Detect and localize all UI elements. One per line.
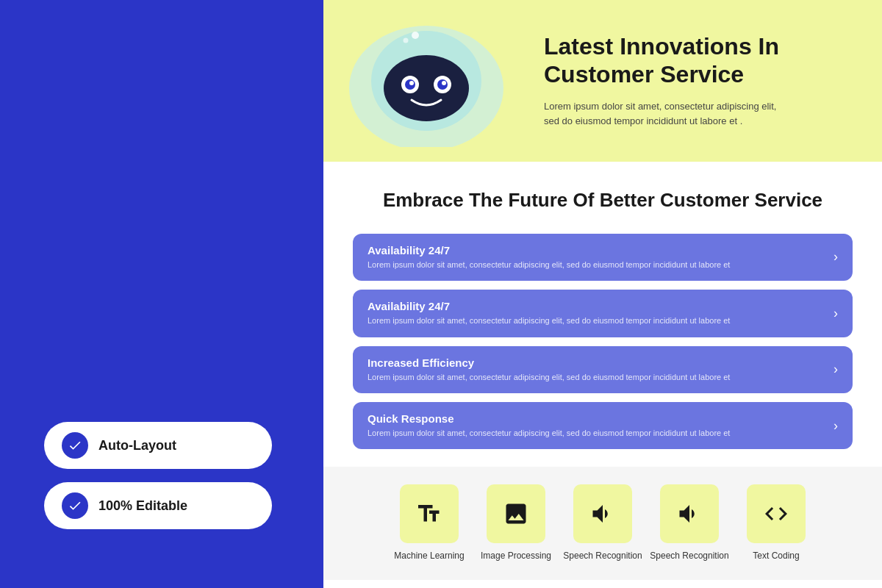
auto-layout-badge[interactable]: Auto-Layout — [44, 422, 272, 469]
svg-point-8 — [442, 81, 446, 85]
main-content: Latest Innovations In Customer Service L… — [323, 0, 882, 588]
feature-card-2-desc: Lorem ipsum dolor sit amet, consectetur … — [368, 372, 825, 383]
icon-item-image-processing[interactable]: Image Processing — [476, 484, 556, 562]
svg-point-9 — [412, 32, 419, 39]
speech-recognition-2-icon-box — [660, 484, 719, 543]
feature-card-1-content: Availability 24/7 Lorem ipsum dolor sit … — [368, 300, 825, 326]
machine-learning-label: Machine Learning — [394, 551, 464, 562]
svg-point-10 — [404, 38, 409, 43]
robot-illustration — [323, 15, 529, 147]
image-processing-label: Image Processing — [481, 551, 551, 562]
chevron-right-icon-3: › — [833, 418, 838, 434]
feature-card-3[interactable]: Quick Response Lorem ipsum dolor sit ame… — [353, 402, 853, 449]
speech-recognition-1-icon-box — [573, 484, 632, 543]
feature-card-0[interactable]: Availability 24/7 Lorem ipsum dolor sit … — [353, 234, 853, 281]
feature-card-3-desc: Lorem ipsum dolor sit amet, consectetur … — [368, 428, 825, 439]
hero-section: Latest Innovations In Customer Service L… — [323, 0, 882, 162]
feature-card-0-desc: Lorem ipsum dolor sit amet, consectetur … — [368, 259, 825, 270]
hero-title: Latest Innovations In Customer Service — [544, 32, 853, 89]
feature-card-1-desc: Lorem ipsum dolor sit amet, consectetur … — [368, 315, 825, 326]
editable-label: 100% Editable — [98, 498, 187, 514]
auto-layout-label: Auto-Layout — [98, 438, 176, 453]
section-title: Embrace The Future Of Better Customer Se… — [353, 188, 853, 213]
icon-item-speech-recognition-1[interactable]: Speech Recognition — [563, 484, 642, 562]
sidebar: Auto-Layout 100% Editable — [0, 0, 323, 588]
feature-card-0-content: Availability 24/7 Lorem ipsum dolor sit … — [368, 244, 825, 270]
image-processing-icon-box — [487, 484, 545, 543]
editable-badge[interactable]: 100% Editable — [44, 482, 272, 529]
chevron-right-icon-1: › — [833, 306, 838, 321]
code-icon — [763, 501, 789, 527]
hero-text-block: Latest Innovations In Customer Service L… — [529, 32, 853, 129]
machine-learning-icon-box — [400, 484, 459, 543]
speech-recognition-2-label: Speech Recognition — [650, 551, 728, 562]
check-icon-auto — [62, 432, 88, 459]
hero-description: Lorem ipsum dolor sit amet, consectetur … — [544, 99, 779, 130]
chevron-right-icon-0: › — [833, 249, 838, 265]
volume-icon-1 — [589, 501, 616, 527]
feature-cards-list: Availability 24/7 Lorem ipsum dolor sit … — [353, 234, 853, 450]
icon-item-text-coding[interactable]: Text Coding — [736, 484, 816, 562]
feature-card-2-content: Increased Efficiency Lorem ipsum dolor s… — [368, 356, 825, 383]
check-icon-editable — [62, 492, 88, 519]
feature-card-1-title: Availability 24/7 — [368, 300, 825, 312]
feature-card-2-title: Increased Efficiency — [368, 356, 825, 369]
icons-section: Machine Learning Image Processing Speech… — [323, 467, 882, 580]
chevron-right-icon-2: › — [833, 362, 838, 377]
volume-icon-2 — [676, 501, 703, 527]
feature-card-3-title: Quick Response — [368, 412, 825, 425]
text-size-icon — [416, 501, 442, 527]
speech-recognition-1-label: Speech Recognition — [563, 551, 642, 562]
feature-card-0-title: Availability 24/7 — [368, 244, 825, 257]
feature-card-3-content: Quick Response Lorem ipsum dolor sit ame… — [368, 412, 825, 439]
text-coding-icon-box — [747, 484, 806, 543]
icon-item-machine-learning[interactable]: Machine Learning — [390, 484, 469, 562]
svg-point-2 — [384, 55, 469, 121]
icon-item-speech-recognition-2[interactable]: Speech Recognition — [650, 484, 729, 562]
svg-point-7 — [409, 81, 414, 85]
features-section: Embrace The Future Of Better Customer Se… — [323, 162, 882, 449]
text-coding-label: Text Coding — [753, 551, 799, 562]
feature-card-2[interactable]: Increased Efficiency Lorem ipsum dolor s… — [353, 346, 853, 393]
feature-card-1[interactable]: Availability 24/7 Lorem ipsum dolor sit … — [353, 290, 853, 337]
image-icon — [503, 501, 529, 527]
